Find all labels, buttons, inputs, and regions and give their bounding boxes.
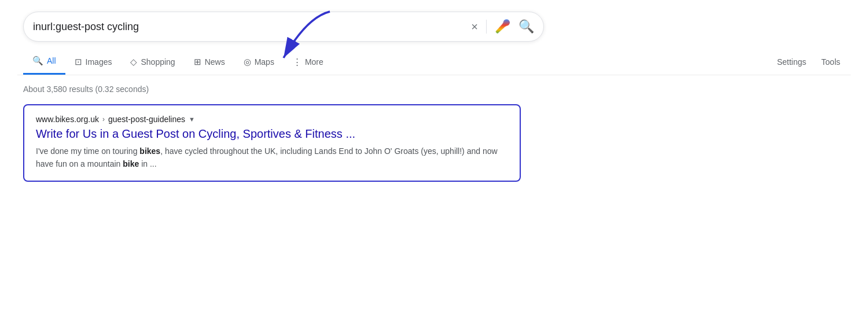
search-input[interactable] [33,21,465,33]
tab-all-label: All [47,56,56,65]
tab-images[interactable]: ⊡ Images [65,49,122,74]
result-breadcrumb: guest-post-guidelines [108,115,185,124]
tab-news[interactable]: ⊞ News [185,49,234,74]
result-snippet: I've done my time on touring bikes, have… [36,145,508,170]
search-icon[interactable]: 🔍 [518,19,534,34]
settings-link[interactable]: Settings [773,49,811,74]
tab-more-label: More [305,57,323,67]
tab-news-label: News [205,57,225,67]
tab-shopping[interactable]: ◇ Shopping [121,49,184,74]
tab-maps[interactable]: ◎ Maps [234,49,284,74]
tab-maps-label: Maps [255,57,274,67]
dropdown-arrow-icon[interactable]: ▼ [189,116,195,123]
search-bar-container: × 🎤 🔍 [17,12,851,42]
images-icon: ⊡ [75,57,82,67]
results-info: About 3,580 results (0.32 seconds) [17,85,851,94]
tab-images-label: Images [86,57,112,67]
tools-link[interactable]: Tools [816,49,845,74]
result-title[interactable]: Write for Us in a Guest Post on Cycling,… [36,126,508,141]
maps-icon: ◎ [244,57,251,67]
breadcrumb-separator: › [102,115,105,123]
tab-shopping-label: Shopping [141,57,175,67]
tab-all[interactable]: 🔍 All [23,47,65,75]
tab-more[interactable]: ⋮ More [284,49,333,74]
result-url: www.bikes.org.uk [36,115,99,124]
mic-icon[interactable]: 🎤 [495,19,510,34]
search-bar-icons: × 🎤 🔍 [471,19,534,34]
news-icon: ⊞ [194,57,201,67]
settings-group: Settings Tools [773,49,851,74]
all-icon: 🔍 [32,56,43,66]
more-icon: ⋮ [293,57,301,67]
search-bar: × 🎤 🔍 [23,12,544,42]
clear-icon[interactable]: × [471,20,478,34]
result-card: www.bikes.org.uk › guest-post-guidelines… [23,104,521,182]
nav-tabs: 🔍 All ⊡ Images ◇ Shopping ⊞ News ◎ Maps … [17,47,851,75]
result-url-row: www.bikes.org.uk › guest-post-guidelines… [36,115,508,124]
divider [486,20,487,34]
shopping-icon: ◇ [130,57,137,67]
